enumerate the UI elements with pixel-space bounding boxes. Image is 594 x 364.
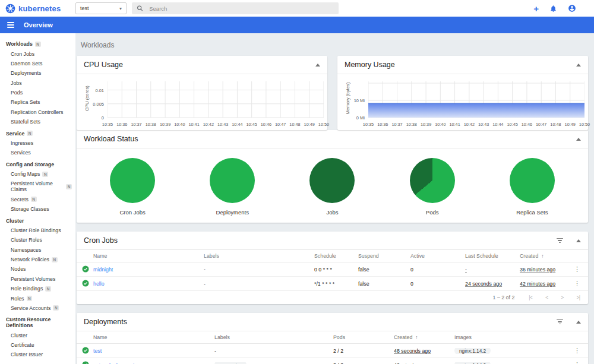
x-tick-label: 10:39 [421, 122, 431, 127]
row-menu-button[interactable]: ⋮ [570, 361, 588, 364]
y-tick-label: 0 Mi [356, 115, 365, 121]
sidebar-item-cluster-issuer[interactable]: Cluster Issuer [0, 350, 75, 359]
sidebar-item-service-accounts[interactable]: Service AccountsN [0, 303, 75, 313]
x-tick-label: 10:43 [217, 122, 228, 127]
sidebar-item-services[interactable]: Services [0, 148, 75, 157]
sidebar-item-persistent-volume-claims[interactable]: Persistent Volume ClaimsN [0, 179, 75, 194]
kubernetes-logo[interactable]: kubernetes [0, 4, 75, 14]
sidebar-item-daemon-sets[interactable]: Daemon Sets [0, 59, 75, 68]
sidebar-item-stateful-sets[interactable]: Stateful Sets [0, 117, 75, 126]
brand-text: kubernetes [18, 4, 61, 13]
sidebar-item-label: Persistent Volume Claims [11, 181, 64, 192]
collapse-icon[interactable] [576, 64, 581, 67]
sidebar-item-label: Secrets [11, 197, 29, 202]
sidebar-group-cluster[interactable]: Cluster [0, 216, 75, 225]
last-page-button[interactable]: >| [576, 295, 580, 300]
sidebar-group-config-and-storage[interactable]: Config and Storage [0, 160, 75, 169]
collapse-icon[interactable] [576, 138, 581, 141]
notifications-bell-icon[interactable] [549, 5, 557, 12]
sidebar-item-pods[interactable]: Pods [0, 88, 75, 97]
x-tick-label: 10:49 [304, 122, 315, 127]
sidebar-item-role-bindings[interactable]: Role BindingsN [0, 284, 75, 293]
cell-last-schedule: - [465, 267, 520, 273]
sidebar-item-roles[interactable]: RolesN [0, 293, 75, 303]
sidebar-item-persistent-volumes[interactable]: Persistent Volumes [0, 274, 75, 284]
account-icon[interactable] [568, 4, 576, 12]
sidebar-item-storage-classes[interactable]: Storage Classes [0, 204, 75, 214]
sidebar-group-service[interactable]: ServiceN [0, 128, 75, 138]
sidebar-item-cron-jobs[interactable]: Cron Jobs [0, 49, 75, 58]
top-bar: kubernetes test ▾ + [0, 0, 594, 17]
sidebar-item-secrets[interactable]: SecretsN [0, 195, 75, 204]
create-resource-button[interactable]: + [533, 4, 539, 13]
row-menu-button[interactable]: ⋮ [570, 265, 588, 273]
sidebar-item-jobs[interactable]: Jobs [0, 78, 75, 88]
timestamp-link[interactable]: 48 seconds ago [394, 348, 431, 354]
sidebar-item-cluster[interactable]: Cluster [0, 331, 75, 340]
next-page-button[interactable]: > [561, 295, 563, 300]
collapse-icon[interactable] [576, 321, 581, 324]
memory-usage-title: Memory Usage [345, 61, 395, 69]
timestamp-link[interactable]: 24 seconds ago [465, 281, 502, 287]
x-tick-label: 10:48 [550, 122, 561, 127]
x-tick-label: 10:35 [102, 122, 113, 127]
filter-icon[interactable] [555, 237, 564, 245]
memory-usage-chart: Memory (bytes)0 Mi10 Mi10:3510:3610:3710… [337, 74, 588, 130]
sidebar-item-namespaces[interactable]: Namespaces [0, 245, 75, 255]
sidebar-group-label: Service [6, 131, 24, 137]
sidebar-group-workloads[interactable]: WorkloadsN [0, 39, 75, 49]
first-page-button[interactable]: |< [529, 295, 532, 300]
sidebar-item-label: Service Accounts [11, 305, 50, 311]
resource-link[interactable]: midnight [93, 267, 113, 273]
x-tick-label: 10:44 [232, 122, 242, 127]
sidebar-group-custom-resource-definitions[interactable]: Custom Resource Definitions [0, 315, 75, 330]
timestamp-link[interactable]: 42 minutes ago [394, 362, 429, 364]
deployments-title: Deployments [84, 318, 127, 326]
resource-link[interactable]: nginx-deployment [93, 362, 134, 364]
pagination-range: 1 – 2 of 2 [493, 295, 515, 300]
namespace-select[interactable]: test ▾ [75, 2, 127, 14]
namespaced-badge: N [53, 305, 59, 311]
sidebar-item-nodes[interactable]: Nodes [0, 264, 75, 274]
collapse-icon[interactable] [315, 64, 320, 67]
collapse-icon[interactable] [576, 239, 581, 242]
sidebar-item-ingresses[interactable]: Ingresses [0, 138, 75, 148]
sidebar-item-label: Namespaces [11, 247, 41, 253]
column-header-created[interactable]: Created↑ [394, 334, 454, 340]
x-tick-label: 10:47 [536, 122, 546, 127]
sidebar-item-network-policies[interactable]: Network PoliciesN [0, 255, 75, 264]
timestamp-link[interactable]: - [465, 267, 467, 273]
cell-active: 0 [410, 281, 465, 287]
sidebar-item-replica-sets[interactable]: Replica Sets [0, 97, 75, 107]
search-icon [137, 5, 143, 12]
resource-link[interactable]: hello [93, 281, 105, 287]
column-header-active: Active [410, 253, 465, 259]
sidebar-item-certificate[interactable]: Certificate [0, 340, 75, 350]
sidebar-item-label: Jobs [11, 80, 22, 86]
sidebar-item-label: Cron Jobs [11, 51, 34, 57]
sidebar-item-config-maps[interactable]: Config MapsN [0, 169, 75, 179]
row-menu-button[interactable]: ⋮ [570, 280, 588, 287]
sidebar-item-cluster-roles[interactable]: Cluster Roles [0, 235, 75, 245]
sidebar-item-cluster-role-bindings[interactable]: Cluster Role Bindings [0, 226, 75, 235]
pie-chart-replica-sets [510, 158, 555, 203]
row-menu-button[interactable]: ⋮ [570, 347, 588, 354]
cell-last-schedule: 24 seconds ago [465, 281, 520, 287]
deployments-card: Deployments NameLabelsPodsCreated↑Images… [77, 313, 588, 364]
sidebar-item-replication-controllers[interactable]: Replication Controllers [0, 107, 75, 117]
sidebar-item-deployments[interactable]: Deployments [0, 68, 75, 78]
timestamp-link[interactable]: 36 minutes ago [520, 267, 555, 273]
pie-block-pods: Pods [410, 158, 455, 216]
prev-page-button[interactable]: < [545, 295, 548, 300]
search-input[interactable] [149, 5, 334, 12]
resource-link[interactable]: test [93, 348, 102, 354]
workload-status-title: Workload Status [84, 135, 138, 143]
timestamp-link[interactable]: 42 minutes ago [520, 281, 555, 287]
hamburger-menu-icon[interactable] [6, 20, 15, 30]
column-header-created[interactable]: Created↑ [520, 253, 570, 259]
filter-icon[interactable] [555, 318, 564, 326]
x-tick-label: 10:40 [174, 122, 185, 127]
pie-chart-deployments [210, 158, 255, 203]
cell-images: nginx:1.14.2 [454, 348, 570, 354]
search-bar[interactable] [132, 2, 339, 14]
